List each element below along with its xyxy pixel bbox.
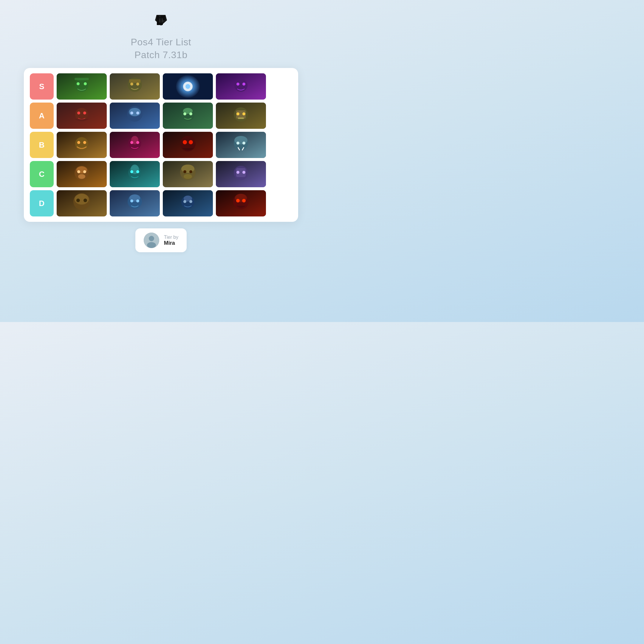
svg-point-27 xyxy=(136,112,139,114)
svg-point-81 xyxy=(75,194,89,205)
svg-point-56 xyxy=(242,142,245,145)
svg-point-72 xyxy=(189,170,192,173)
hero-elder-titan[interactable] xyxy=(110,73,160,100)
svg-point-78 xyxy=(242,171,245,174)
tier-row-b: B xyxy=(30,132,292,158)
svg-point-60 xyxy=(77,170,80,173)
svg-point-17 xyxy=(236,83,239,86)
svg-point-31 xyxy=(183,112,186,115)
tier-hero-grid-s xyxy=(57,73,266,100)
svg-point-36 xyxy=(236,112,239,115)
svg-point-51 xyxy=(189,140,193,144)
author-text: Tier by Mira xyxy=(164,235,178,246)
hero-arc-warden[interactable] xyxy=(57,73,107,100)
author-card: Tier by Mira xyxy=(135,228,187,252)
tier-label-c: C xyxy=(30,161,54,187)
svg-point-88 xyxy=(136,199,139,202)
svg-rect-8 xyxy=(129,79,140,83)
tier-row-a: A xyxy=(30,103,292,129)
svg-point-37 xyxy=(242,112,245,115)
tier-label-s: S xyxy=(30,73,54,100)
svg-point-93 xyxy=(189,200,192,203)
tier-label-d: D xyxy=(30,190,54,216)
svg-point-87 xyxy=(130,199,133,202)
svg-point-83 xyxy=(83,199,87,202)
svg-point-98 xyxy=(242,199,246,202)
hero-bounty-hunter[interactable] xyxy=(163,190,213,216)
svg-point-97 xyxy=(236,199,240,202)
svg-point-101 xyxy=(147,242,156,248)
svg-point-73 xyxy=(184,174,192,179)
tier-hero-grid-c xyxy=(57,161,266,187)
tier-hero-grid-d xyxy=(57,190,266,216)
dota-logo xyxy=(152,11,170,29)
hero-pangolier[interactable] xyxy=(57,132,107,158)
svg-point-61 xyxy=(83,170,86,173)
tier-row-d: D xyxy=(30,190,292,216)
hero-kunkka[interactable] xyxy=(110,190,160,216)
logo-area xyxy=(152,11,170,30)
svg-rect-38 xyxy=(238,117,244,119)
svg-point-22 xyxy=(83,112,86,114)
svg-point-42 xyxy=(83,141,86,144)
page-title: Pos4 Tier List Patch 7.31b xyxy=(131,36,191,61)
hero-void-spirit[interactable] xyxy=(216,73,266,100)
tier-row-s: S xyxy=(30,73,292,100)
svg-point-9 xyxy=(130,83,133,86)
hero-monkey-king[interactable] xyxy=(57,161,107,187)
svg-point-14 xyxy=(185,84,190,89)
svg-point-77 xyxy=(236,171,239,174)
svg-point-82 xyxy=(76,199,80,202)
svg-point-66 xyxy=(130,170,133,173)
tier-hero-grid-a xyxy=(57,103,266,129)
tier-label-b: B xyxy=(30,132,54,158)
svg-point-2 xyxy=(75,79,88,92)
svg-point-92 xyxy=(183,200,186,203)
hero-clockwerk2[interactable] xyxy=(216,161,266,187)
hero-naga-siren[interactable] xyxy=(110,161,160,187)
hero-underlord[interactable] xyxy=(163,132,213,158)
svg-point-41 xyxy=(77,141,80,144)
title-area: Pos4 Tier List Patch 7.31b xyxy=(131,36,191,61)
svg-point-100 xyxy=(149,236,154,241)
svg-point-55 xyxy=(236,142,239,145)
hero-spirit-breaker[interactable] xyxy=(110,103,160,129)
svg-point-46 xyxy=(130,141,133,144)
svg-point-32 xyxy=(189,112,192,115)
hero-mirana[interactable] xyxy=(163,103,213,129)
svg-point-47 xyxy=(136,141,139,144)
tier-hero-grid-b xyxy=(57,132,266,158)
svg-point-10 xyxy=(136,83,139,86)
svg-point-4 xyxy=(84,82,87,85)
tier-label-a: A xyxy=(30,103,54,129)
svg-point-50 xyxy=(183,140,187,144)
hero-pudge[interactable] xyxy=(57,190,107,216)
svg-point-67 xyxy=(136,170,139,173)
svg-rect-5 xyxy=(75,78,89,80)
svg-point-21 xyxy=(77,112,80,114)
tier-row-c: C xyxy=(30,161,292,187)
hero-tusk[interactable] xyxy=(216,132,266,158)
svg-point-3 xyxy=(77,82,80,85)
hero-clockwerk[interactable] xyxy=(216,103,266,129)
svg-point-70 xyxy=(181,165,194,173)
tier-card: SABCD xyxy=(24,68,298,222)
hero-ursa[interactable] xyxy=(163,161,213,187)
hero-doom[interactable] xyxy=(216,190,266,216)
hero-queen-of-pain[interactable] xyxy=(110,132,160,158)
tier-by-label: Tier by xyxy=(164,235,178,240)
svg-point-71 xyxy=(183,170,186,173)
svg-point-18 xyxy=(242,83,245,86)
hero-ancient-apparition[interactable] xyxy=(163,73,213,100)
svg-point-62 xyxy=(78,174,85,179)
author-name: Mira xyxy=(164,240,178,246)
svg-point-26 xyxy=(130,112,133,114)
avatar xyxy=(144,233,159,248)
svg-point-54 xyxy=(234,136,247,144)
hero-lion[interactable] xyxy=(57,103,107,129)
